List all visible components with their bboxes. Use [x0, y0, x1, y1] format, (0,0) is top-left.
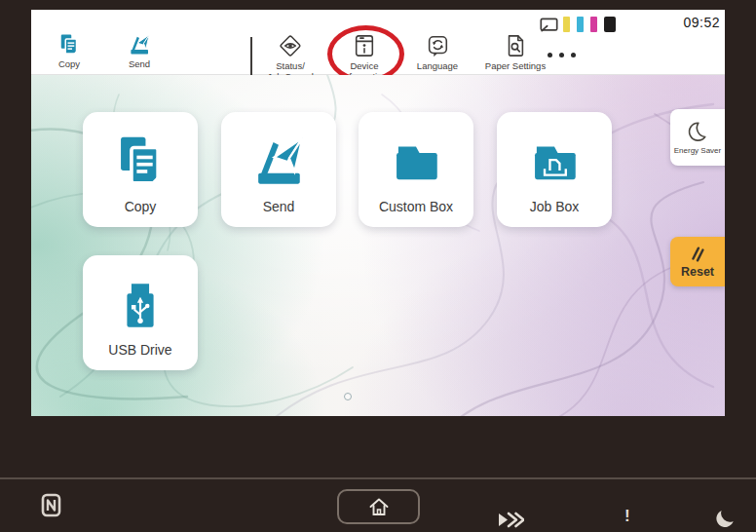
usb-drive-icon — [112, 277, 169, 333]
device-front-panel: 09:52 Copy — [0, 0, 756, 532]
status-job-cancel-icon — [278, 33, 303, 58]
language-label: Language — [417, 60, 458, 71]
reset-label: Reset — [681, 265, 714, 279]
toner-level-magenta — [590, 17, 597, 32]
fast-forward-icon[interactable] — [497, 512, 524, 528]
energy-saver-label: Energy Saver — [674, 146, 721, 155]
tile-custom-box-label: Custom Box — [379, 199, 453, 214]
reset-button[interactable]: Reset — [670, 237, 725, 286]
tile-copy-label: Copy — [125, 199, 157, 214]
reset-slashes-icon — [687, 245, 708, 264]
paper-settings-label: Paper Settings — [485, 60, 546, 71]
send-icon — [128, 33, 151, 57]
more-menu-icon[interactable] — [548, 53, 576, 57]
attention-indicator: ! — [624, 507, 630, 526]
tile-send[interactable]: Send — [221, 112, 336, 227]
device-information-icon — [353, 33, 376, 58]
nfc-icon — [41, 493, 61, 517]
header-send-label: Send — [129, 58, 150, 69]
tile-job-box[interactable]: Job Box — [497, 112, 612, 227]
tile-job-box-label: Job Box — [530, 199, 580, 214]
bezel-separator — [0, 477, 756, 479]
moon-icon — [685, 120, 710, 145]
header-divider — [250, 37, 252, 78]
copy-icon — [57, 33, 81, 57]
copy-icon — [112, 133, 169, 190]
custom-box-icon — [388, 133, 444, 190]
toner-level-cyan — [577, 17, 584, 32]
tile-copy[interactable]: Copy — [83, 112, 198, 227]
send-icon — [250, 133, 307, 190]
home-button[interactable] — [337, 489, 420, 524]
header-copy-button[interactable]: Copy — [39, 33, 99, 69]
paper-settings-icon — [504, 33, 527, 58]
clock: 09:52 — [683, 15, 720, 30]
page-indicator-dot — [344, 393, 352, 400]
header-bar: 09:52 Copy — [31, 10, 725, 75]
header-copy-label: Copy — [58, 58, 80, 69]
sleep-moon-icon[interactable] — [712, 509, 736, 530]
toner-level-yellow — [563, 17, 570, 32]
header-send-button[interactable]: Send — [109, 33, 170, 69]
toner-level-black — [604, 17, 616, 32]
tile-usb-drive[interactable]: USB Drive — [83, 255, 198, 370]
home-icon — [367, 496, 391, 517]
home-screen: Copy Send — [31, 75, 725, 416]
touchscreen: 09:52 Copy — [31, 10, 725, 416]
tile-usb-drive-label: USB Drive — [108, 342, 171, 358]
paper-settings-button[interactable]: Paper Settings — [472, 33, 558, 71]
language-button[interactable]: Language — [402, 33, 472, 71]
tile-send-label: Send — [263, 199, 295, 214]
job-box-icon — [526, 133, 583, 190]
tile-custom-box[interactable]: Custom Box — [359, 112, 473, 227]
energy-saver-button[interactable]: Energy Saver — [670, 109, 725, 166]
language-icon — [425, 33, 450, 58]
screen-share-icon — [540, 18, 558, 32]
